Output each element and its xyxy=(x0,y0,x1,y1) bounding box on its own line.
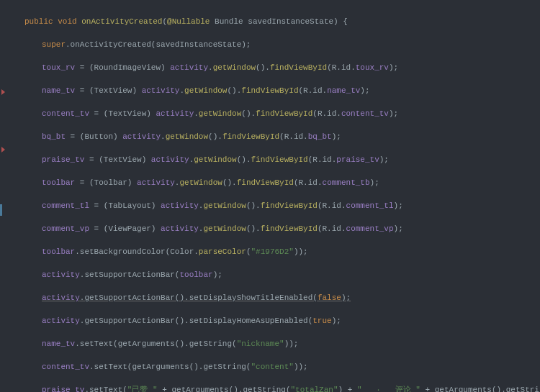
breakpoint-marker[interactable] xyxy=(1,89,5,95)
code-line: content_tv.setText(getArguments().getStr… xyxy=(7,361,540,373)
code-line: praise_tv = (TextView) activity.getWindo… xyxy=(7,154,540,165)
code-area[interactable]: public void onActivityCreated(@Nullable … xyxy=(0,0,540,392)
code-line: name_tv = (TextView) activity.getWindow(… xyxy=(7,85,540,96)
code-line: name_tv.setText(getArguments().getString… xyxy=(7,338,540,350)
code-line: bq_bt = (Button) activity.getWindow().fi… xyxy=(7,131,540,142)
breakpoint-marker[interactable] xyxy=(1,147,5,152)
code-line: content_tv = (TextView) activity.getWind… xyxy=(7,108,540,119)
code-line: praise_tv.setText("已赞 " + getArguments()… xyxy=(7,384,540,392)
code-editor[interactable]: public void onActivityCreated(@Nullable … xyxy=(0,0,540,392)
code-line: activity.setSupportActionBar(toolbar); xyxy=(7,269,540,281)
code-line: comment_tl = (TabLayout) activity.getWin… xyxy=(7,200,540,211)
code-line: comment_vp = (ViewPager) activity.getWin… xyxy=(7,223,540,234)
code-line: toux_rv = (RoundImageView) activity.getW… xyxy=(7,62,540,73)
code-line: toolbar.setBackgroundColor(Color.parseCo… xyxy=(7,246,540,257)
code-line: toolbar = (Toolbar) activity.getWindow()… xyxy=(7,177,540,188)
code-line: super.onActivityCreated(savedInstanceSta… xyxy=(7,39,540,50)
caret-row-marker xyxy=(0,204,2,216)
code-line: activity.getSupportActionBar().setDispla… xyxy=(7,292,540,304)
code-line: public void onActivityCreated(@Nullable … xyxy=(7,16,540,27)
code-line: activity.getSupportActionBar().setDispla… xyxy=(7,315,540,327)
